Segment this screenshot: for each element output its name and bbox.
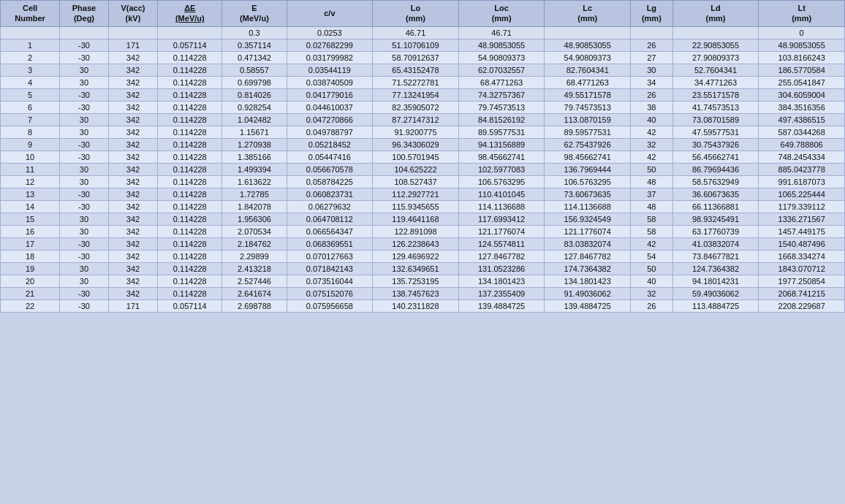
cell-18-1: 30 [60,262,109,275]
table-row: 11303420.1142281.4993940.056670578104.62… [1,163,845,175]
cell-15-5: 0.066564347 [287,225,373,237]
cell-17-0: 18 [1,250,60,262]
cell-18-2: 342 [108,262,158,275]
cell-2-3: 0.114228 [158,64,222,76]
cell-3-2: 342 [108,76,158,88]
cell-19-10: 94.18014231 [672,275,759,287]
cell-19-11: 1977.250854 [759,275,845,287]
cell-6-4: 1.042482 [222,113,287,126]
cell-2-9: 30 [631,64,673,76]
cell-12-4: 1.72785 [222,188,287,200]
cell-10-3: 0.114228 [158,163,222,175]
cell-11-3: 0.114228 [158,175,222,188]
cell-16-5: 0.068369551 [287,237,373,250]
cell-7-2: 342 [108,126,158,138]
cell-6-3: 0.114228 [158,113,222,126]
column-header-6: Lo(mm) [373,1,459,27]
table-row: 10-303420.1142281.3851660.05447416100.57… [1,150,845,163]
cell-5-5: 0.044610037 [287,101,373,113]
cell-7-5: 0.049788797 [287,126,373,138]
cell-7-0: 8 [1,126,60,138]
cell-2-6: 65.43152478 [373,64,459,76]
cell-13-10: 66.11366881 [672,200,759,213]
cell-21-5: 0.075956658 [287,299,373,312]
cell-14-7: 117.6993412 [458,213,545,225]
cell-21-2: 171 [108,299,158,312]
cell-10-8: 136.7969444 [545,163,631,175]
cell-15-3: 0.114228 [158,225,222,237]
cell-4-7: 74.32757367 [458,88,545,101]
cell-6-10: 73.08701589 [672,113,759,126]
cell-5-8: 79.74573513 [545,101,631,113]
cell-19-2: 342 [108,275,158,287]
cell-15-4: 2.070534 [222,225,287,237]
column-header-4: E(MeV/u) [222,1,287,27]
cell-11-5: 0.058784225 [287,175,373,188]
cell-19-7: 134.1801423 [458,275,545,287]
cell-9-10: 56.45662741 [672,150,759,163]
cell-0-8: 48.90853055 [545,39,631,51]
cell-7-7: 89.59577531 [458,126,545,138]
cell-1-7: 54.90809373 [458,51,545,64]
cell-15-10: 63.17760739 [672,225,759,237]
cell-13-11: 1179.339112 [759,200,845,213]
cell-11-1: 30 [60,175,109,188]
table-row: 1-301710.0571140.3571140.02768229951.107… [1,39,845,51]
cell-8-1: -30 [60,138,109,150]
cell-9-4: 1.385166 [222,150,287,163]
cell-15-1: 30 [60,225,109,237]
cell-15-0: 16 [1,225,60,237]
cell-17-3: 0.114228 [158,250,222,262]
cell-3-10: 34.4771263 [672,76,759,88]
cell-16-1: -30 [60,237,109,250]
cell-9-1: -30 [60,150,109,163]
cell-19-3: 0.114228 [158,275,222,287]
cell-2-2: 342 [108,64,158,76]
cell-19-0: 20 [1,275,60,287]
cell-16-4: 2.184762 [222,237,287,250]
cell-16-7: 124.5574811 [458,237,545,250]
cell-21-10: 113.4884725 [672,299,759,312]
table-row: 15303420.1142281.9563060.064708112119.46… [1,213,845,225]
cell-20-9: 32 [631,287,673,299]
cell-21-4: 2.698788 [222,299,287,312]
cell-1-4: 0.471342 [222,51,287,64]
cell-5-7: 79.74573513 [458,101,545,113]
table-row: 5-303420.1142280.8140260.04177901677.132… [1,88,845,101]
table-row: 9-303420.1142281.2709380.0521845296.3430… [1,138,845,150]
cell-1-3: 0.114228 [158,51,222,64]
cell-2-11: 186.5770584 [759,64,845,76]
cell-5-10: 41.74573513 [672,101,759,113]
column-header-10: Ld(mm) [672,1,759,27]
cell-8-0: 9 [1,138,60,150]
cell-11-4: 1.613622 [222,175,287,188]
cell-8-4: 1.270938 [222,138,287,150]
cell-15-7: 121.1776074 [458,225,545,237]
cell-0-2: 171 [108,39,158,51]
cell-11-9: 48 [631,175,673,188]
cell-12-6: 112.2927721 [373,188,459,200]
column-header-1: Phase(Deg) [60,1,109,27]
cell-3-5: 0.038740509 [287,76,373,88]
cell-3-7: 68.4771263 [458,76,545,88]
cell-12-0: 13 [1,188,60,200]
cell-5-6: 82.35905072 [373,101,459,113]
cell-1-8: 54.90809373 [545,51,631,64]
cell-4-2: 342 [108,88,158,101]
cell-12-5: 0.060823731 [287,188,373,200]
cell-8-8: 62.75437926 [545,138,631,150]
cell-13-8: 114.1136688 [545,200,631,213]
cell-15-6: 122.891098 [373,225,459,237]
cell-21-11: 2208.229687 [759,299,845,312]
cell-20-10: 59.49036062 [672,287,759,299]
table-row: 14-303420.1142281.8420780.06279632115.93… [1,200,845,213]
cell-17-4: 2.29899 [222,250,287,262]
init-cell-10 [672,26,759,39]
cell-2-1: 30 [60,64,109,76]
table-row: 17-303420.1142282.1847620.068369551126.2… [1,237,845,250]
cell-12-3: 0.114228 [158,188,222,200]
cell-9-7: 98.45662741 [458,150,545,163]
cell-15-9: 58 [631,225,673,237]
cell-0-5: 0.027682299 [287,39,373,51]
cell-16-10: 41.03832074 [672,237,759,250]
